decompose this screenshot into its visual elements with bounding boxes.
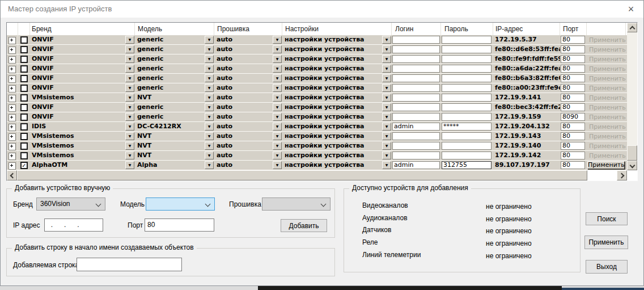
expand-row-button[interactable] — [9, 75, 16, 83]
apply-button[interactable]: Применить — [587, 64, 626, 73]
settings-dropdown-button[interactable]: ▼ — [382, 65, 391, 73]
header-settings[interactable]: Настройки — [282, 23, 392, 35]
row-checkbox[interactable] — [20, 142, 28, 150]
port-input[interactable]: 80 — [561, 65, 585, 73]
header-firmware[interactable]: Прошивка — [214, 23, 282, 35]
firmware-dropdown-button[interactable]: ▼ — [273, 36, 282, 44]
row-checkbox[interactable] — [20, 94, 28, 102]
row-checkbox[interactable] — [20, 85, 28, 92]
firmware-dropdown-button[interactable]: ▼ — [273, 123, 282, 131]
password-input[interactable]: ***** — [442, 123, 492, 131]
scroll-up-button[interactable] — [627, 23, 637, 32]
login-input[interactable]: admin — [392, 161, 440, 169]
apply-button[interactable]: Применить — [587, 151, 626, 159]
brand-dropdown-button[interactable]: ▼ — [125, 132, 134, 140]
password-input[interactable] — [442, 113, 492, 121]
apply-button[interactable]: Применить — [587, 103, 626, 111]
password-input[interactable] — [442, 132, 492, 140]
row-checkbox[interactable] — [20, 152, 28, 159]
port-input[interactable]: 80 — [561, 152, 585, 159]
titlebar[interactable]: Мастер создания IP устройств × — [1, 1, 643, 18]
password-input[interactable] — [442, 65, 492, 73]
brand-dropdown-button[interactable]: ▼ — [125, 123, 134, 131]
brand-dropdown-button[interactable]: ▼ — [125, 45, 134, 53]
port-input[interactable]: 80 — [561, 142, 585, 150]
password-input[interactable] — [442, 94, 492, 102]
model-dropdown-button[interactable]: ▼ — [205, 103, 214, 111]
login-input[interactable] — [392, 45, 440, 53]
row-checkbox[interactable] — [20, 114, 28, 121]
horizontal-scroll-thumb[interactable] — [17, 170, 587, 180]
expand-row-button[interactable] — [9, 104, 16, 112]
settings-dropdown-button[interactable]: ▼ — [382, 45, 391, 53]
brand-dropdown-button[interactable]: ▼ — [125, 152, 134, 159]
vertical-scroll-thumb[interactable] — [627, 145, 637, 161]
brand-dropdown-button[interactable]: ▼ — [125, 103, 134, 111]
login-input[interactable] — [392, 94, 440, 102]
apply-button[interactable]: Применить — [587, 112, 626, 121]
password-input[interactable] — [442, 142, 492, 150]
brand-dropdown-button[interactable]: ▼ — [125, 161, 134, 169]
password-input[interactable] — [442, 55, 492, 63]
row-checkbox[interactable] — [20, 123, 28, 131]
settings-dropdown-button[interactable]: ▼ — [382, 152, 391, 159]
port-input[interactable]: 8090 — [561, 113, 585, 121]
apply-button[interactable]: Применить — [587, 141, 626, 150]
port-input[interactable]: 80 — [561, 84, 585, 92]
expand-row-button[interactable] — [9, 47, 16, 54]
row-checkbox[interactable] — [20, 133, 28, 140]
password-input[interactable] — [442, 36, 492, 44]
password-input[interactable] — [442, 103, 492, 111]
settings-dropdown-button[interactable]: ▼ — [382, 123, 391, 131]
port-input[interactable]: 80 — [561, 103, 585, 111]
model-dropdown-button[interactable]: ▼ — [205, 132, 214, 140]
brand-dropdown-button[interactable]: ▼ — [125, 142, 134, 150]
row-checkbox[interactable] — [20, 65, 28, 73]
settings-dropdown-button[interactable]: ▼ — [382, 94, 391, 102]
scroll-down-button[interactable] — [627, 161, 637, 170]
horizontal-scrollbar[interactable] — [7, 170, 627, 180]
header-ip-address[interactable]: IP-адрес — [493, 23, 560, 35]
row-checkbox[interactable] — [20, 104, 28, 111]
close-button[interactable]: × — [624, 3, 638, 15]
brand-dropdown-button[interactable]: ▼ — [125, 84, 134, 92]
header-login[interactable]: Логин — [392, 23, 441, 35]
port-input[interactable]: 80 — [561, 55, 585, 63]
model-dropdown-button[interactable]: ▼ — [205, 161, 214, 169]
password-input[interactable] — [442, 152, 492, 159]
login-input[interactable] — [392, 55, 440, 63]
model-dropdown-button[interactable]: ▼ — [205, 152, 214, 159]
firmware-dropdown-button[interactable]: ▼ — [273, 84, 282, 92]
settings-dropdown-button[interactable]: ▼ — [382, 103, 391, 111]
expand-row-button[interactable] — [9, 153, 16, 160]
firmware-dropdown-button[interactable]: ▼ — [273, 74, 282, 82]
settings-dropdown-button[interactable]: ▼ — [382, 36, 391, 44]
model-dropdown-button[interactable]: ▼ — [205, 142, 214, 150]
firmware-dropdown-button[interactable]: ▼ — [273, 142, 282, 150]
settings-dropdown-button[interactable]: ▼ — [382, 113, 391, 121]
row-checkbox[interactable]: ✓ — [20, 162, 28, 169]
settings-dropdown-button[interactable]: ▼ — [382, 55, 391, 63]
header-model[interactable]: Модель — [135, 23, 214, 35]
expand-row-button[interactable] — [9, 143, 16, 150]
model-dropdown-button[interactable]: ▼ — [205, 123, 214, 131]
apply-button[interactable]: Применить — [587, 45, 626, 53]
settings-dropdown-button[interactable]: ▼ — [382, 132, 391, 140]
apply-button[interactable]: Применить — [587, 161, 625, 169]
port-input[interactable]: 80 — [561, 161, 585, 169]
row-checkbox[interactable] — [20, 75, 28, 82]
model-dropdown-button[interactable]: ▼ — [205, 36, 214, 44]
model-dropdown-button[interactable]: ▼ — [205, 113, 214, 121]
port-input[interactable]: 80 — [561, 123, 585, 131]
login-input[interactable] — [392, 74, 440, 82]
expand-row-button[interactable] — [9, 133, 16, 141]
vertical-scrollbar[interactable] — [627, 23, 637, 170]
login-input[interactable] — [392, 152, 440, 159]
login-input[interactable] — [392, 142, 440, 150]
firmware-dropdown-button[interactable]: ▼ — [273, 65, 282, 73]
brand-combo[interactable]: 360Vision — [36, 197, 105, 211]
add-device-button[interactable]: Добавить — [281, 219, 327, 232]
login-input[interactable] — [392, 132, 440, 140]
settings-dropdown-button[interactable]: ▼ — [382, 161, 391, 169]
apply-button[interactable]: Применить — [587, 122, 626, 131]
